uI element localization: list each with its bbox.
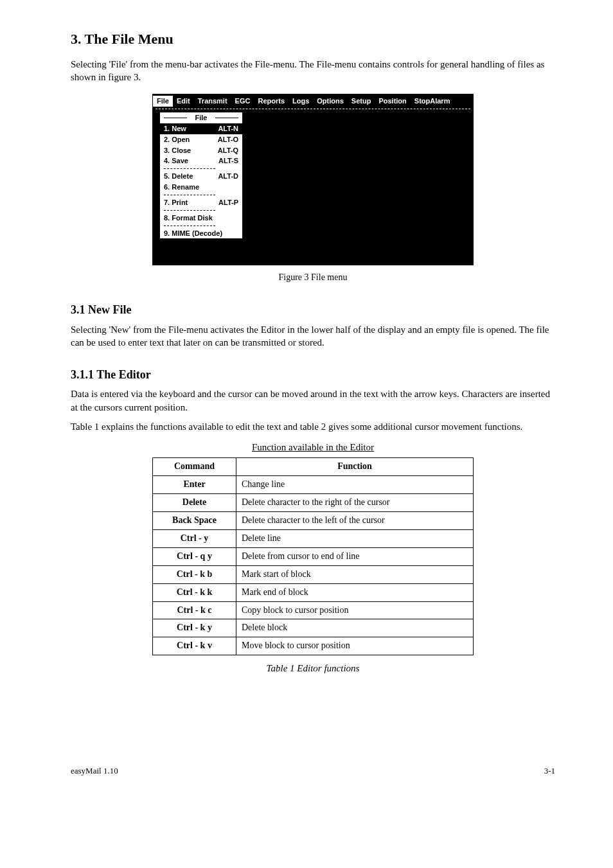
menubar-item-setup[interactable]: Setup — [348, 96, 375, 107]
menu-item-label: 9. MIME (Decode) — [164, 229, 222, 238]
menubar-item-egc[interactable]: EGC — [231, 96, 254, 107]
table-caption: Table 1 Editor functions — [71, 662, 555, 675]
col-command: Command — [153, 458, 236, 476]
newfile-paragraph: Selecting 'New' from the File-menu activ… — [71, 323, 555, 350]
subhead-new-file: 3.1 New File — [71, 302, 555, 317]
menubar-item-transmit[interactable]: Transmit — [194, 96, 231, 107]
menu-item[interactable]: 5. DeleteALT-D — [160, 171, 242, 182]
menu-item[interactable]: 2. OpenALT-O — [160, 134, 242, 145]
menu-item-label: 1. New — [164, 124, 186, 134]
menu-item-shortcut: ALT-D — [218, 172, 238, 181]
menu-item-shortcut: ALT-Q — [218, 146, 238, 155]
cell-function: Mark start of block — [236, 565, 474, 583]
menu-item-label: 2. Open — [164, 135, 190, 145]
table-row: EnterChange line — [153, 476, 474, 494]
table-row: Ctrl - k kMark end of block — [153, 583, 474, 601]
menubar: FileEditTransmitEGCReportsLogsOptionsSet… — [153, 94, 473, 108]
dropdown-title: File — [160, 112, 242, 123]
subhead-editor: 3.1.1 The Editor — [71, 367, 555, 382]
cell-command: Ctrl - k b — [153, 565, 236, 583]
cell-command: Ctrl - k y — [153, 619, 236, 637]
page-footer: easyMail 1.10 3-1 — [71, 765, 555, 777]
cell-function: Delete character to the right of the cur… — [236, 494, 474, 512]
col-function: Function — [236, 458, 474, 476]
cell-function: Delete line — [236, 530, 474, 548]
menu-item[interactable]: 9. MIME (Decode) — [160, 228, 242, 239]
table-row: Ctrl - k yDelete block — [153, 619, 474, 637]
cell-function: Change line — [236, 476, 474, 494]
figure-caption: Figure 3 File menu — [71, 272, 555, 284]
footer-left: easyMail 1.10 — [71, 765, 118, 777]
table-row: Ctrl - k cCopy block to cursor position — [153, 601, 474, 619]
cell-function: Delete block — [236, 619, 474, 637]
intro-paragraph: Selecting 'File' from the menu-bar activ… — [71, 58, 555, 84]
menubar-item-edit[interactable]: Edit — [173, 96, 194, 107]
cell-command: Enter — [153, 476, 236, 494]
cell-command: Ctrl - q y — [153, 547, 236, 565]
table-row: Back SpaceDelete character to the left o… — [153, 512, 474, 530]
menu-item-shortcut: ALT-N — [218, 124, 238, 134]
table-row: DeleteDelete character to the right of t… — [153, 494, 474, 512]
menu-item-label: 6. Rename — [164, 182, 199, 192]
menu-item-label: 7. Print — [164, 198, 188, 208]
table-row: Ctrl - k vMove block to cursor position — [153, 637, 474, 655]
menu-item-label: 3. Close — [164, 146, 191, 155]
cell-function: Move block to cursor position — [236, 637, 474, 655]
menu-item-shortcut: ALT-P — [218, 198, 238, 208]
table-title: Function available in the Editor — [71, 441, 555, 454]
menubar-item-options[interactable]: Options — [313, 96, 348, 107]
menu-item-shortcut: ALT-O — [218, 135, 238, 145]
cell-command: Ctrl - k k — [153, 583, 236, 601]
section-title: 3. The File Menu — [71, 30, 555, 49]
screenshot-figure: FileEditTransmitEGCReportsLogsOptionsSet… — [71, 94, 555, 265]
menu-item[interactable]: 8. Format Disk — [160, 213, 242, 224]
menu-item-label: 5. Delete — [164, 172, 193, 181]
menu-divider — [164, 195, 215, 195]
menu-item-label: 4. Save — [164, 156, 188, 166]
cell-function: Delete from cursor to end of line — [236, 547, 474, 565]
menu-divider — [164, 226, 215, 226]
menubar-item-logs[interactable]: Logs — [289, 96, 313, 107]
cell-function: Delete character to the left of the curs… — [236, 512, 474, 530]
dos-ui-screenshot: FileEditTransmitEGCReportsLogsOptionsSet… — [152, 94, 474, 265]
cell-command: Ctrl - k v — [153, 637, 236, 655]
cell-command: Ctrl - y — [153, 530, 236, 548]
file-dropdown: File 1. NewALT-N2. OpenALT-O3. CloseALT-… — [159, 112, 243, 239]
menu-divider — [164, 210, 215, 211]
editor-functions-table: Command Function EnterChange lineDeleteD… — [152, 457, 474, 655]
editor-paragraph-1: Data is entered via the keyboard and the… — [71, 387, 555, 414]
cell-command: Delete — [153, 494, 236, 512]
menubar-item-stopalarm[interactable]: StopAlarm — [411, 96, 454, 107]
cell-command: Ctrl - k c — [153, 601, 236, 619]
editor-paragraph-2: Table 1 explains the functions available… — [71, 420, 555, 433]
cell-function: Mark end of block — [236, 583, 474, 601]
menu-item[interactable]: 7. PrintALT-P — [160, 197, 242, 208]
cell-command: Back Space — [153, 512, 236, 530]
menubar-item-file[interactable]: File — [153, 96, 173, 107]
menu-body: File 1. NewALT-N2. OpenALT-O3. CloseALT-… — [153, 109, 473, 265]
menu-item[interactable]: 6. Rename — [160, 182, 242, 193]
table-row: Ctrl - k bMark start of block — [153, 565, 474, 583]
menubar-item-position[interactable]: Position — [375, 96, 410, 107]
menu-divider — [164, 168, 215, 169]
menu-item[interactable]: 3. CloseALT-Q — [160, 145, 242, 156]
menubar-item-reports[interactable]: Reports — [254, 96, 289, 107]
menu-item[interactable]: 4. SaveALT-S — [160, 155, 242, 166]
table-row: Ctrl - q yDelete from cursor to end of l… — [153, 547, 474, 565]
cell-function: Copy block to cursor position — [236, 601, 474, 619]
menu-item[interactable]: 1. NewALT-N — [160, 123, 242, 134]
menu-item-shortcut: ALT-S — [218, 156, 238, 166]
table-row: Ctrl - yDelete line — [153, 530, 474, 548]
menu-item-label: 8. Format Disk — [164, 213, 213, 223]
footer-right: 3-1 — [544, 765, 555, 777]
